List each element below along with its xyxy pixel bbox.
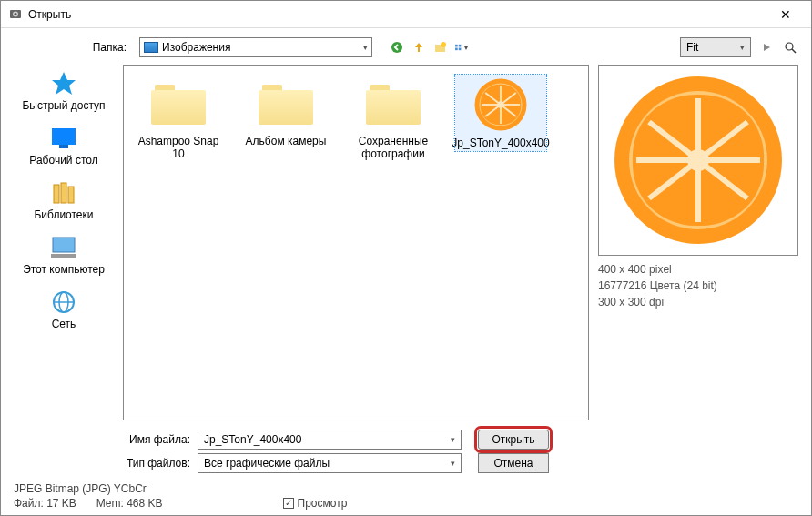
bottom-panel: Имя файла: Jp_STonY_400x400 ▾ Открыть Ти…	[14, 430, 798, 473]
preview-toolbar: Fit ▾	[680, 37, 798, 57]
view-mode-icon[interactable]: ▾	[454, 39, 471, 56]
close-button[interactable]: ✕	[767, 7, 804, 22]
sidebar-item-this-pc[interactable]: Этот компьютер	[14, 234, 114, 276]
up-icon[interactable]	[411, 39, 427, 56]
folder-label: Папка:	[14, 41, 132, 54]
top-row: Папка: Изображения ▾ ▾ Fit ▾	[14, 37, 798, 57]
svg-rect-6	[455, 45, 458, 47]
filename-label: Имя файла:	[114, 433, 190, 446]
preview-panel: 400 x 400 pixel 16777216 Цвета (24 bit) …	[598, 65, 798, 420]
sidebar-item-network[interactable]: Сеть	[14, 288, 114, 330]
svg-rect-7	[459, 45, 462, 47]
preview-image	[598, 65, 798, 256]
file-item-label: Сохраненные фотографии	[348, 135, 439, 160]
checkbox-box: ✓	[283, 498, 294, 509]
file-item-folder[interactable]: Ashampoo Snap 10	[133, 75, 224, 160]
places-sidebar: Быстрый доступ Рабочий стол Библиотеки Э…	[14, 65, 114, 420]
preview-dpi: 300 x 300 dpi	[598, 294, 798, 310]
file-item-folder[interactable]: Альбом камеры	[240, 75, 331, 147]
desktop-icon	[48, 125, 79, 152]
zoom-icon[interactable]	[782, 39, 798, 56]
sidebar-item-libraries[interactable]: Библиотеки	[14, 179, 114, 221]
svg-line-11	[792, 49, 796, 53]
filename-combo[interactable]: Jp_STonY_400x400 ▾	[198, 430, 462, 450]
folder-icon	[143, 75, 214, 131]
svg-rect-12	[52, 128, 76, 145]
chevron-down-icon: ▾	[451, 459, 455, 468]
status-format: JPEG Bitmap (JPG) YCbCr	[14, 482, 798, 495]
sidebar-item-label: Рабочий стол	[29, 154, 97, 167]
svg-rect-18	[51, 254, 76, 258]
svg-rect-17	[53, 238, 75, 252]
app-icon	[8, 7, 23, 22]
folder-combo-value: Изображения	[162, 41, 363, 54]
folder-combo[interactable]: Изображения ▾	[139, 37, 372, 57]
preview-dimensions: 400 x 400 pixel	[598, 261, 798, 278]
preview-colors: 16777216 Цвета (24 bit)	[598, 278, 798, 294]
sidebar-item-label: Сеть	[52, 318, 76, 330]
chevron-down-icon: ▾	[740, 43, 745, 52]
preview-info: 400 x 400 pixel 16777216 Цвета (24 bit) …	[598, 261, 798, 310]
svg-point-10	[786, 43, 793, 50]
file-item-label: Альбом камеры	[246, 135, 327, 147]
sidebar-item-label: Быстрый доступ	[22, 99, 105, 112]
file-item-folder[interactable]: Сохраненные фотографии	[348, 75, 439, 160]
svg-point-3	[391, 42, 402, 53]
folder-icon	[250, 75, 321, 131]
open-button[interactable]: Открыть	[478, 430, 549, 450]
filename-value: Jp_STonY_400x400	[204, 433, 301, 446]
content: Папка: Изображения ▾ ▾ Fit ▾	[1, 28, 811, 515]
file-item-label: Jp_STonY_400x400	[452, 137, 549, 149]
fit-combo-value: Fit	[686, 41, 698, 54]
svg-rect-9	[459, 48, 462, 51]
svg-rect-15	[61, 183, 66, 203]
open-dialog: Открыть ✕ Папка: Изображения ▾ ▾ Fit ▾	[0, 0, 812, 516]
preview-checkbox-label: Просмотр	[298, 497, 348, 510]
preview-checkbox[interactable]: ✓ Просмотр	[283, 497, 348, 510]
nav-toolbar: ▾	[389, 39, 471, 56]
computer-icon	[48, 234, 79, 261]
main-area: Быстрый доступ Рабочий стол Библиотеки Э…	[14, 65, 798, 420]
svg-rect-13	[59, 145, 68, 148]
cancel-button[interactable]: Отмена	[478, 453, 549, 473]
status-filesize: Файл: 17 KB	[14, 497, 76, 510]
fit-combo[interactable]: Fit ▾	[680, 37, 751, 57]
sidebar-item-label: Этот компьютер	[23, 263, 105, 276]
sidebar-item-label: Библиотеки	[34, 208, 93, 221]
play-icon[interactable]	[758, 39, 775, 56]
svg-point-32	[497, 101, 503, 107]
statusbar: JPEG Bitmap (JPG) YCbCr Файл: 17 KB Mem:…	[14, 482, 798, 510]
libraries-icon	[48, 179, 79, 207]
file-item-label: Ashampoo Snap 10	[133, 135, 224, 160]
svg-rect-14	[54, 185, 59, 203]
sidebar-item-quick-access[interactable]: Быстрый доступ	[14, 70, 114, 112]
svg-rect-8	[455, 48, 458, 51]
titlebar: Открыть ✕	[1, 1, 811, 28]
svg-point-5	[441, 42, 446, 47]
file-list[interactable]: Ashampoo Snap 10 Альбом камеры Сохраненн…	[123, 65, 589, 420]
window-title: Открыть	[28, 8, 767, 21]
status-memsize: Mem: 468 KB	[96, 497, 163, 510]
filetype-combo[interactable]: Все графические файлы ▾	[198, 453, 462, 473]
file-item-image-selected[interactable]: Jp_STonY_400x400	[455, 75, 546, 151]
chevron-down-icon: ▾	[363, 43, 368, 52]
star-icon	[48, 70, 79, 97]
svg-point-2	[15, 13, 17, 15]
back-icon[interactable]	[389, 39, 405, 56]
filetype-label: Тип файлов:	[114, 457, 190, 470]
chevron-down-icon: ▾	[451, 435, 455, 444]
filetype-value: Все графические файлы	[204, 457, 330, 470]
pictures-icon	[144, 42, 158, 53]
svg-point-43	[687, 149, 709, 171]
network-icon	[48, 288, 79, 316]
new-folder-icon[interactable]	[432, 39, 449, 56]
image-thumb	[465, 76, 536, 133]
sidebar-item-desktop[interactable]: Рабочий стол	[14, 125, 114, 167]
folder-icon	[358, 75, 429, 131]
svg-rect-16	[68, 187, 74, 203]
